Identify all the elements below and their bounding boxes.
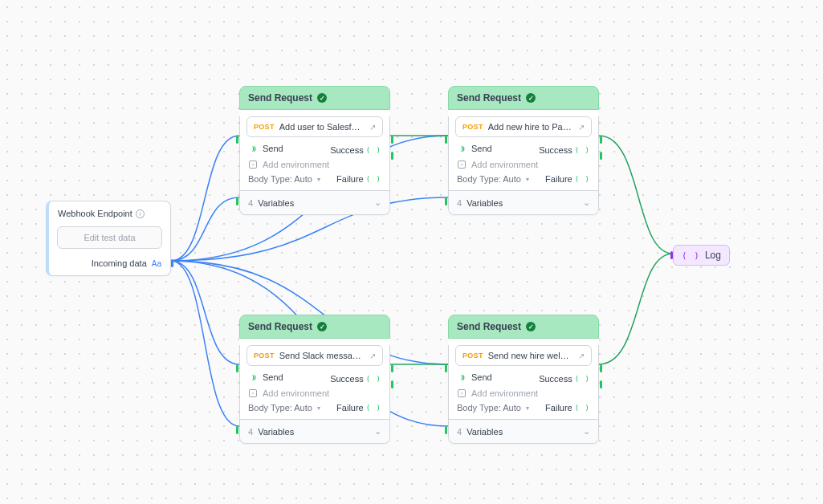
node-title: Send Request — [248, 321, 312, 332]
env-label[interactable]: Add environment — [263, 160, 329, 169]
input-port-vars[interactable] — [236, 197, 238, 205]
input-port-send[interactable] — [445, 136, 447, 144]
input-port-send[interactable] — [236, 364, 238, 372]
node-title: Send Request — [457, 92, 521, 104]
aa-badge: Aa — [152, 259, 161, 268]
env-icon — [458, 161, 466, 169]
send-label: Send — [263, 372, 283, 382]
request-description: Add new hire to Payroll — [488, 122, 573, 132]
webhook-title: Webhook Endpoint — [58, 209, 132, 218]
success-label: Success — [330, 145, 364, 155]
chevron-down-icon[interactable]: ▾ — [526, 404, 529, 412]
http-method: POST — [462, 352, 483, 360]
chevron-down-icon: ⌄ — [583, 426, 590, 437]
send-icon — [457, 372, 467, 382]
variables-row[interactable]: 4 Variables ⌄ — [240, 190, 389, 214]
send-request-node-slack[interactable]: Send Request POST Send Slack message to … — [239, 315, 390, 444]
send-request-node-payroll[interactable]: Send Request POST Add new hire to Payrol… — [448, 86, 599, 215]
success-label: Success — [539, 145, 572, 155]
output-port-failure[interactable] — [600, 152, 602, 160]
external-link-icon[interactable]: ↗ — [369, 352, 376, 360]
webhook-node[interactable]: Webhook Endpoint i Edit test data Incomi… — [46, 201, 171, 276]
variables-row[interactable]: 4 Variables ⌄ — [449, 190, 598, 214]
send-icon — [248, 144, 258, 153]
input-port-vars[interactable] — [236, 426, 238, 434]
input-port-send[interactable] — [445, 364, 447, 372]
variables-row[interactable]: 4 Variables ⌄ — [449, 419, 598, 443]
request-description: Add user to Salesforce — [279, 122, 365, 132]
parentheses-icon: ( ) — [682, 250, 700, 261]
variables-count: 4 — [248, 198, 253, 208]
send-icon — [457, 144, 467, 153]
chevron-down-icon: ⌄ — [583, 197, 590, 208]
send-label: Send — [471, 372, 492, 382]
http-method: POST — [462, 123, 483, 131]
env-icon — [249, 161, 257, 169]
send-label: Send — [263, 144, 283, 153]
variables-label: Variables — [258, 427, 294, 437]
chevron-down-icon: ⌄ — [374, 426, 381, 437]
chevron-down-icon[interactable]: ▾ — [526, 176, 529, 183]
chevron-down-icon[interactable]: ▾ — [317, 404, 320, 412]
output-port-success[interactable] — [391, 364, 393, 372]
variables-count: 4 — [457, 198, 462, 208]
success-label: Success — [330, 374, 364, 384]
variables-count: 4 — [457, 427, 462, 437]
env-label[interactable]: Add environment — [471, 388, 538, 398]
output-port[interactable] — [171, 259, 173, 267]
http-method: POST — [254, 123, 275, 131]
info-icon[interactable]: i — [136, 209, 145, 218]
input-port-vars[interactable] — [445, 197, 447, 205]
verified-icon — [317, 93, 327, 103]
variables-label: Variables — [467, 427, 503, 437]
request-descriptor[interactable]: POST Add user to Salesforce ↗ — [246, 116, 383, 137]
output-port-success[interactable] — [600, 364, 602, 372]
env-label[interactable]: Add environment — [471, 160, 538, 169]
env-icon — [249, 389, 257, 397]
node-title: Send Request — [457, 321, 521, 332]
send-request-node-salesforce[interactable]: Send Request POST Add user to Salesforce… — [239, 86, 390, 215]
env-label[interactable]: Add environment — [263, 388, 329, 398]
output-port-failure[interactable] — [391, 152, 393, 160]
body-type-label[interactable]: Body Type: Auto — [457, 174, 521, 184]
external-link-icon[interactable]: ↗ — [578, 123, 585, 132]
chevron-down-icon: ⌄ — [374, 197, 381, 208]
send-label: Send — [471, 144, 492, 153]
success-label: Success — [539, 374, 572, 384]
incoming-data-label: Incoming data — [92, 258, 147, 268]
send-request-node-welcome-email[interactable]: Send Request POST Send new hire welcome … — [448, 315, 599, 444]
env-icon — [458, 389, 466, 397]
output-port-success[interactable] — [391, 136, 393, 144]
edit-test-data-button[interactable]: Edit test data — [57, 226, 162, 249]
variables-label: Variables — [467, 198, 503, 208]
input-port-vars[interactable] — [445, 426, 447, 434]
output-port-success[interactable] — [600, 136, 602, 144]
variables-count: 4 — [248, 427, 253, 437]
request-description: Send Slack message to it-team — [279, 351, 365, 360]
chevron-down-icon[interactable]: ▾ — [317, 176, 320, 183]
variables-row[interactable]: 4 Variables ⌄ — [240, 419, 389, 443]
variables-label: Variables — [258, 198, 294, 208]
log-node[interactable]: ( ) Log — [673, 245, 730, 266]
log-label: Log — [705, 250, 721, 261]
output-port-failure[interactable] — [600, 380, 602, 388]
send-icon — [248, 372, 258, 382]
output-port-failure[interactable] — [391, 380, 393, 388]
verified-icon — [526, 322, 536, 331]
request-description: Send new hire welcome email — [488, 351, 573, 360]
body-type-label[interactable]: Body Type: Auto — [248, 174, 312, 184]
node-title: Send Request — [248, 92, 312, 104]
verified-icon — [526, 93, 536, 103]
input-port[interactable] — [670, 251, 673, 259]
verified-icon — [317, 322, 327, 331]
input-port-send[interactable] — [236, 136, 238, 144]
body-type-label[interactable]: Body Type: Auto — [248, 403, 312, 413]
external-link-icon[interactable]: ↗ — [369, 123, 376, 132]
body-type-label[interactable]: Body Type: Auto — [457, 403, 521, 413]
http-method: POST — [254, 352, 275, 360]
request-descriptor[interactable]: POST Send Slack message to it-team ↗ — [246, 345, 383, 366]
request-descriptor[interactable]: POST Add new hire to Payroll ↗ — [455, 116, 592, 137]
request-descriptor[interactable]: POST Send new hire welcome email ↗ — [455, 345, 592, 366]
external-link-icon[interactable]: ↗ — [578, 352, 585, 360]
